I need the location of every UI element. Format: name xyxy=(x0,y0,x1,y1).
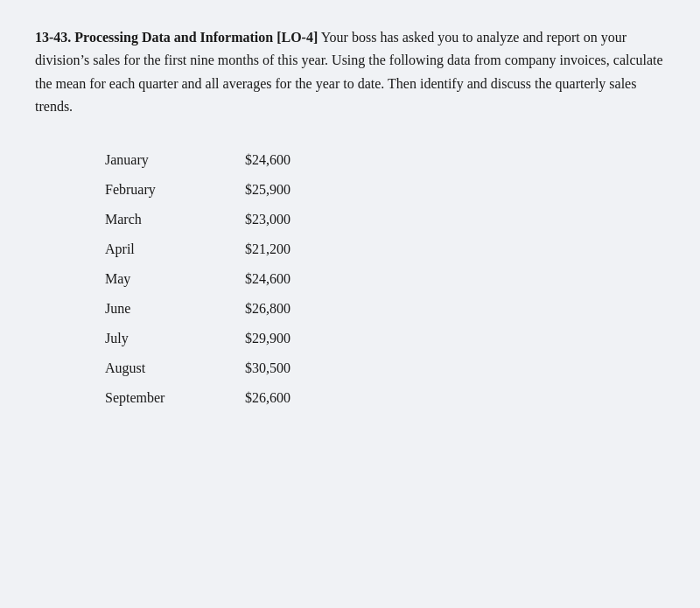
month-label: August xyxy=(105,360,245,376)
amount-value: $29,900 xyxy=(245,331,350,346)
month-label: January xyxy=(105,152,245,168)
month-label: May xyxy=(105,271,245,287)
table-row: June$26,800 xyxy=(105,294,665,324)
amount-value: $25,900 xyxy=(245,182,350,198)
table-row: April$21,200 xyxy=(105,234,665,264)
problem-description: 13-43. Processing Data and Information [… xyxy=(35,26,665,119)
amount-value: $24,600 xyxy=(245,271,350,287)
month-label: September xyxy=(105,390,245,406)
table-row: September$26,600 xyxy=(105,383,665,413)
amount-value: $26,800 xyxy=(245,301,350,317)
table-row: January$24,600 xyxy=(105,145,665,175)
table-row: July$29,900 xyxy=(105,324,665,353)
amount-value: $30,500 xyxy=(245,360,350,376)
amount-value: $26,600 xyxy=(245,390,350,406)
problem-title: Processing Data and Information [LO-4] xyxy=(71,30,318,45)
amount-value: $23,000 xyxy=(245,212,350,227)
month-label: February xyxy=(105,182,245,198)
month-label: July xyxy=(105,331,245,346)
month-label: June xyxy=(105,301,245,317)
problem-id: 13-43. xyxy=(35,30,71,45)
table-row: August$30,500 xyxy=(105,353,665,383)
amount-value: $24,600 xyxy=(245,152,350,168)
table-row: May$24,600 xyxy=(105,264,665,294)
month-label: April xyxy=(105,241,245,257)
table-row: February$25,900 xyxy=(105,175,665,205)
amount-value: $21,200 xyxy=(245,241,350,257)
table-row: March$23,000 xyxy=(105,205,665,234)
month-label: March xyxy=(105,212,245,227)
data-table: January$24,600February$25,900March$23,00… xyxy=(105,145,665,413)
